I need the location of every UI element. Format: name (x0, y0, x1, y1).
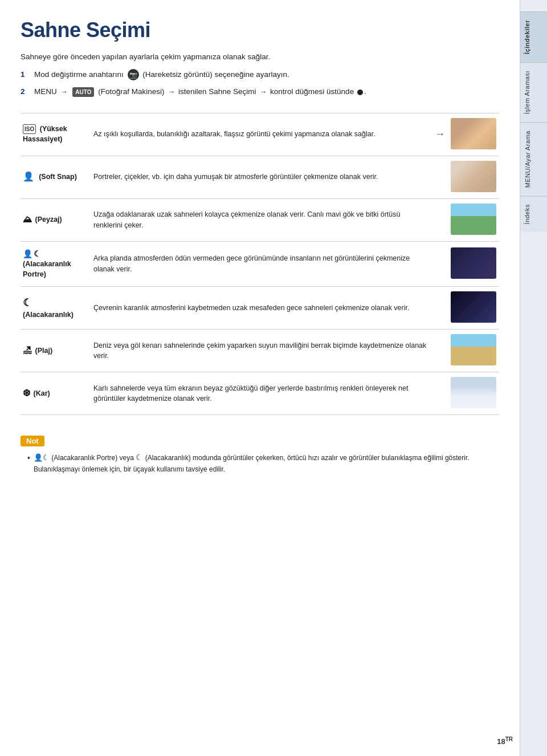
scene-desc-soft: Portreler, çiçekler, vb. için daha yumuş… (89, 156, 432, 198)
scene-desc-peyzaj: Uzağa odaklanarak uzak sahneleri kolayca… (89, 198, 432, 241)
intro-section: Sahneye göre önceden yapılan ayarlarla ç… (21, 52, 499, 104)
scene-arrow-alaca-portre (432, 241, 448, 287)
arrow-1: → (60, 86, 68, 97)
alaca-portre-photo (451, 247, 496, 279)
note-bullet-dot: • (27, 452, 30, 464)
plaj-photo (451, 334, 496, 365)
iso-photo (451, 118, 496, 149)
note-text: • 👤☾ (Alacakaranlık Portre) veya ☾ (Alac… (21, 451, 499, 475)
kar-photo (451, 377, 496, 408)
arrow-2: → (168, 86, 175, 97)
scene-img-alaca-portre (448, 241, 499, 287)
table-row: ❆ (Kar) Karlı sahnelerde veya tüm ekranı… (21, 372, 499, 415)
alacakaranlik-icon: ☾ (23, 297, 32, 308)
scene-table: ISO (YüksekHassasiyet) Az ışıklı koşulla… (21, 113, 499, 416)
scene-icon-kar: ❆ (Kar) (21, 372, 89, 415)
sidebar-tab-indeks[interactable]: İndeks (520, 196, 547, 232)
table-row: 👤 ☾ (AlacakaranlıkPortre) Arka planda at… (21, 241, 499, 287)
arrow-3: → (259, 86, 267, 97)
scene-desc-iso: Az ışıklı koşullarda, bulanıklığı azalta… (89, 113, 432, 156)
iso-icon: ISO (23, 124, 36, 134)
scene-icon-alacakaranlik: ☾ (Alacakaranlık) (21, 287, 89, 330)
step-1-text: Mod değiştirme anahtarını 📷 (Hareketsiz … (34, 69, 499, 80)
scene-arrow-soft (432, 156, 448, 198)
scene-name-peyzaj: (Peyzaj) (35, 216, 62, 223)
table-row: ⛰ (Peyzaj) Uzağa odaklanarak uzak sahnel… (21, 198, 499, 241)
step-1: 1 Mod değiştirme anahtarını 📷 (Hareketsi… (21, 69, 499, 80)
peyzaj-photo (451, 204, 496, 235)
scene-img-plaj (448, 330, 499, 372)
camera-symbol: 📷 (128, 69, 139, 80)
scene-arrow-peyzaj (432, 198, 448, 241)
scene-icon-plaj: 🏖 (Plaj) (21, 330, 89, 372)
page: Sahne Seçimi Sahneye göre önceden yapıla… (0, 0, 547, 756)
scene-desc-kar: Karlı sahnelerde veya tüm ekranın beyaz … (89, 372, 432, 415)
sidebar-tab-icindekiler[interactable]: İçindekiler (520, 11, 547, 62)
scene-img-kar (448, 372, 499, 415)
scene-img-alacakaranlik (448, 287, 499, 330)
scene-icon-iso: ISO (YüksekHassasiyet) (21, 113, 89, 156)
scene-arrow-alacakaranlik (432, 287, 448, 330)
scene-name-alacakaranlik: (Alacakaranlık) (23, 311, 74, 319)
scene-arrow-iso: → (432, 113, 448, 156)
scene-img-peyzaj (448, 198, 499, 241)
step-2-num: 2 (21, 86, 30, 97)
alacakaranlik-photo (451, 291, 496, 323)
scene-desc-plaj: Deniz veya göl kenarı sahnelerinde çekim… (89, 330, 432, 372)
scene-icon-alaca-portre: 👤 ☾ (AlacakaranlıkPortre) (21, 241, 89, 287)
dot-symbol (357, 90, 363, 95)
note-box: Not • 👤☾ (Alacakaranlık Portre) veya ☾ (… (21, 429, 499, 475)
intro-subtitle: Sahneye göre önceden yapılan ayarlarla ç… (21, 52, 499, 61)
scene-name-alaca-portre: (AlacakaranlıkPortre) (23, 260, 71, 278)
step-1-num: 1 (21, 69, 30, 80)
page-title: Sahne Seçimi (21, 18, 499, 42)
scene-img-iso (448, 113, 499, 156)
step-2-text: MENU → AUTO (Fotoğraf Makinesi) → isteni… (34, 86, 499, 97)
scene-icon-soft: 👤 (Soft Snap) (21, 156, 89, 198)
scene-name-kar: (Kar) (33, 389, 50, 397)
main-content: Sahne Seçimi Sahneye göre önceden yapıla… (0, 0, 520, 756)
scene-desc-alacakaranlik: Çevrenin karanlık atmosferini kaybetmede… (89, 287, 432, 330)
page-number: 18TR (497, 736, 513, 746)
plaj-icon: 🏖 (23, 346, 32, 355)
step-2: 2 MENU → AUTO (Fotoğraf Makinesi) → iste… (21, 86, 499, 97)
note-bullet-item: • 👤☾ (Alacakaranlık Portre) veya ☾ (Alac… (27, 451, 499, 475)
soft-icon: 👤 (23, 172, 36, 181)
scene-desc-alaca-portre: Arka planda atmosferden ödün vermeden ge… (89, 241, 432, 287)
table-row: ☾ (Alacakaranlık) Çevrenin karanlık atmo… (21, 287, 499, 330)
scene-arrow-kar (432, 372, 448, 415)
soft-photo (451, 161, 496, 192)
sidebar-tab-islem-aramasi[interactable]: İşlem Araması (520, 62, 547, 122)
scene-arrow-plaj (432, 330, 448, 372)
note-content: 👤☾ (Alacakaranlık Portre) veya ☾ (Alacak… (34, 451, 499, 475)
right-sidebar: İçindekiler İşlem Araması MENU/Ayar Aram… (520, 0, 547, 756)
alaca-portre-ref-icon: 👤☾ (34, 453, 50, 462)
auto-badge: AUTO (72, 87, 94, 97)
kar-icon: ❆ (23, 388, 30, 398)
peyzaj-icon: ⛰ (23, 214, 32, 224)
sidebar-tab-menu-ayar[interactable]: MENU/Ayar Arama (520, 122, 547, 196)
table-row: 🏖 (Plaj) Deniz veya göl kenarı sahneleri… (21, 330, 499, 372)
scene-icon-peyzaj: ⛰ (Peyzaj) (21, 198, 89, 241)
table-row: 👤 (Soft Snap) Portreler, çiçekler, vb. i… (21, 156, 499, 198)
scene-img-soft (448, 156, 499, 198)
scene-name-plaj: (Plaj) (35, 347, 52, 355)
note-badge: Not (21, 436, 44, 446)
scene-name-soft: (Soft Snap) (39, 173, 77, 181)
table-row: ISO (YüksekHassasiyet) Az ışıklı koşulla… (21, 113, 499, 156)
alacakaranlik-ref-icon: ☾ (136, 453, 143, 462)
alaca-portre-icon: 👤 ☾ (23, 249, 41, 258)
